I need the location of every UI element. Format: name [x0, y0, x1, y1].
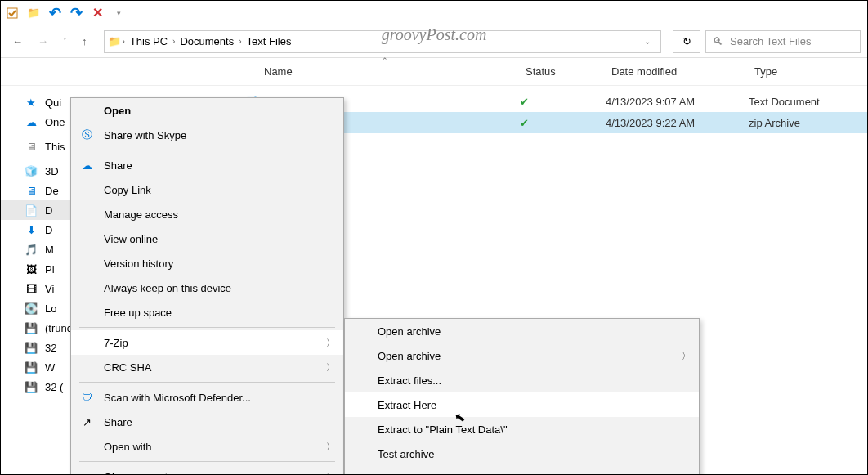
menu-item[interactable]: Free up space — [71, 300, 343, 325]
refresh-button[interactable]: ↻ — [673, 30, 700, 53]
chevron-right-icon[interactable]: › — [239, 37, 241, 46]
download-icon: ⬇ — [24, 222, 38, 237]
sidebar-item-label: Lo — [45, 302, 56, 315]
menu-item-label: Give access to — [104, 471, 173, 476]
video-icon: 🎞 — [24, 281, 38, 296]
delete-icon[interactable]: ✕ — [89, 5, 105, 21]
redo-icon[interactable]: ↷ — [68, 5, 84, 21]
menu-item-label: Open with — [104, 441, 152, 453]
menu-item[interactable]: Extract files... — [345, 368, 699, 392]
address-bar[interactable]: 📁 › This PC › Documents › Text Files ⌄ — [104, 30, 662, 53]
menu-item-label: Test archive — [378, 448, 434, 460]
menu-item-label: Extract Here — [378, 399, 436, 411]
menu-item-label: Scan with Microsoft Defender... — [104, 392, 251, 404]
skype-icon: Ⓢ — [79, 128, 94, 142]
chevron-right-icon: 〉 — [326, 441, 335, 453]
menu-separator — [79, 150, 335, 150]
chevron-right-icon[interactable]: › — [123, 37, 125, 46]
column-status[interactable]: Status — [520, 58, 602, 85]
sidebar-item-label: 32 — [45, 342, 56, 354]
menu-item-label: Extract files... — [378, 374, 441, 387]
menu-item[interactable]: CRC SHA〉 — [71, 355, 343, 379]
menu-item[interactable]: ↗Share — [71, 410, 343, 434]
chevron-right-icon: 〉 — [326, 471, 335, 476]
sidebar-item-label: D — [45, 224, 52, 236]
drive-icon: 💾 — [24, 379, 38, 394]
cloud-icon: ☁ — [79, 159, 94, 172]
sidebar-item-label: 32 ( — [45, 381, 63, 393]
menu-item-label: Share — [104, 159, 132, 172]
share-icon: ↗ — [79, 416, 94, 428]
menu-item[interactable]: Add to archive... — [345, 466, 699, 475]
menu-item[interactable]: Test archive — [345, 441, 699, 466]
up-button[interactable]: ↑ — [82, 35, 87, 47]
checkbox-icon[interactable] — [4, 5, 20, 21]
menu-item[interactable]: Manage access — [71, 202, 343, 226]
menu-item[interactable]: Open with〉 — [71, 434, 343, 459]
sidebar-item-label: 3D — [45, 165, 59, 177]
sync-status-icon: ✔ — [520, 96, 529, 108]
menu-item-label: Free up space — [104, 307, 172, 319]
disk-icon: 💽 — [24, 301, 38, 316]
menu-item-label: Extract to "Plain Text Data\" — [378, 423, 508, 436]
cloud-icon: ☁ — [24, 114, 38, 129]
breadcrumb-documents[interactable]: Documents — [177, 35, 237, 47]
folder-icon[interactable]: 📁 — [25, 5, 42, 21]
menu-item-label: 7-Zip — [104, 337, 128, 349]
menu-item[interactable]: Version history — [71, 251, 343, 276]
menu-item[interactable]: 7-Zip〉 — [71, 330, 343, 355]
menu-item[interactable]: ☁Share — [71, 153, 343, 177]
doc-icon: 📄 — [24, 203, 38, 217]
menu-item[interactable]: Open — [71, 98, 343, 123]
sidebar-item-label: D — [45, 204, 52, 217]
column-type[interactable]: Type — [749, 58, 863, 85]
context-menu: OpenⓈShare with Skype☁ShareCopy LinkMana… — [70, 97, 344, 475]
star-icon: ★ — [24, 95, 38, 110]
chevron-right-icon: 〉 — [682, 350, 691, 362]
cube-icon: 🧊 — [24, 164, 38, 178]
undo-icon[interactable]: ↶ — [47, 5, 63, 21]
menu-item[interactable]: Open archive — [345, 319, 699, 343]
menu-item[interactable]: ⓈShare with Skype — [71, 123, 343, 147]
breadcrumb-textfiles[interactable]: Text Files — [244, 35, 295, 47]
search-box[interactable]: 🔍︎ Search Text Files — [705, 30, 861, 53]
shield-icon: 🛡 — [79, 392, 94, 404]
context-submenu-7zip: Open archiveOpen archive〉Extract files..… — [344, 318, 700, 475]
menu-item[interactable]: Always keep on this device — [71, 276, 343, 300]
menu-item-label: Add to archive... — [378, 473, 454, 476]
breadcrumb-thispc[interactable]: This PC — [127, 35, 171, 47]
menu-item-label: Open archive — [378, 325, 441, 338]
menu-item-label: Open archive — [378, 350, 441, 362]
sidebar-item-label: De — [45, 185, 59, 197]
sort-indicator-icon: ⌃ — [382, 56, 388, 65]
drive-icon: 💾 — [24, 340, 38, 355]
drive-icon: 💾 — [24, 320, 38, 335]
menu-item[interactable]: 🛡Scan with Microsoft Defender... — [71, 385, 343, 410]
picture-icon: 🖼 — [24, 262, 38, 276]
menu-item-label: Share with Skype — [104, 129, 186, 141]
menu-item[interactable]: Extract to "Plain Text Data\" — [345, 417, 699, 441]
file-date: 4/13/2023 9:22 AM — [606, 117, 695, 129]
address-dropdown-icon[interactable]: ⌄ — [638, 37, 657, 46]
back-button[interactable]: ← — [12, 35, 23, 47]
search-placeholder: Search Text Files — [730, 35, 811, 47]
menu-item[interactable]: Give access to〉 — [71, 464, 343, 475]
dropdown-icon[interactable]: ▾ — [110, 5, 127, 21]
column-date[interactable]: Date modified — [606, 58, 745, 85]
history-dropdown-icon[interactable]: ˅ — [63, 38, 67, 46]
sidebar-item-label: Vi — [45, 283, 54, 295]
folder-icon: 📁 — [108, 35, 121, 47]
sidebar-item-label: Qui — [45, 96, 61, 109]
drive-icon: 💾 — [24, 360, 38, 374]
file-date: 4/13/2023 9:07 AM — [606, 96, 695, 108]
file-type: Text Document — [749, 96, 820, 108]
menu-item[interactable]: Open archive〉 — [345, 343, 699, 368]
chevron-right-icon[interactable]: › — [172, 37, 175, 46]
sidebar-item-label: M — [45, 244, 54, 256]
menu-separator — [79, 327, 335, 328]
menu-item[interactable]: View online — [71, 226, 343, 251]
menu-item[interactable]: Extract Here — [345, 392, 699, 417]
sidebar-item-label: This — [45, 141, 65, 153]
menu-item[interactable]: Copy Link — [71, 177, 343, 202]
menu-item-label: Copy Link — [104, 184, 151, 196]
